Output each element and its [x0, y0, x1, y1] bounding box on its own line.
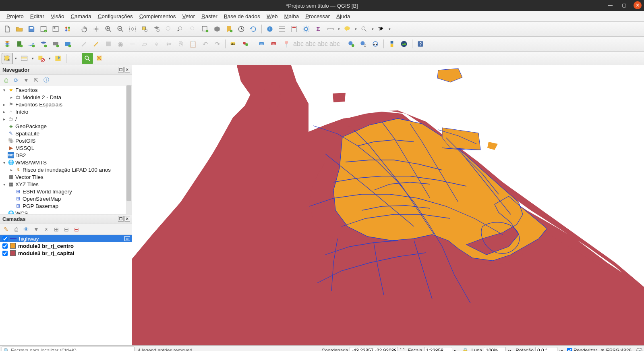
expand-all-layers-icon[interactable]: ⊞ [52, 225, 61, 234]
add-layer-icon[interactable]: ⎙ [2, 76, 10, 85]
select-value-dropdown[interactable]: ▾ [31, 56, 35, 60]
map-tips-icon[interactable] [342, 23, 353, 35]
menu-base de dados[interactable]: Base de dados [221, 12, 263, 21]
properties-icon[interactable]: ⓘ [42, 76, 51, 85]
locator-input[interactable] [2, 347, 135, 351]
label-toolbar-2-icon[interactable] [240, 38, 251, 50]
refresh-browser-icon[interactable]: ⟳ [12, 76, 21, 85]
menu-visão[interactable]: Visão [48, 12, 68, 21]
close-button[interactable]: ✕ [634, 1, 642, 9]
save-project-icon[interactable] [26, 23, 37, 35]
browser-node[interactable]: DB2DB2 [0, 152, 132, 159]
browser-node[interactable]: ⊞ESRI World Imagery [0, 188, 132, 195]
style-manager-icon[interactable] [62, 23, 73, 35]
browser-node[interactable]: ▸⚑Favoritos Espaciais [0, 101, 132, 108]
browser-node[interactable]: ▾🌐WMS/WMTS [0, 159, 132, 166]
menu-projeto[interactable]: Projeto [3, 12, 27, 21]
new-virtual-layer-icon[interactable] [50, 38, 61, 50]
browser-panel-header[interactable]: Navegador ❐ ✕ [0, 65, 132, 75]
new-spatialite-icon[interactable] [38, 38, 49, 50]
pan-to-selection-icon[interactable] [91, 23, 102, 35]
new-3d-view-icon[interactable] [211, 23, 223, 35]
menu-editar[interactable]: Editar [27, 12, 48, 21]
open-project-icon[interactable] [14, 23, 25, 35]
layers-panel-header[interactable]: Camadas ❐ ✕ [0, 214, 132, 224]
manage-visibility-icon[interactable]: 👁 [22, 225, 31, 234]
coord-input[interactable] [350, 347, 398, 351]
deselect-all-icon[interactable] [35, 53, 47, 64]
expand-icon[interactable]: ▸ [2, 102, 6, 107]
crs-field[interactable]: ⊕ EPSG:4326 [601, 348, 632, 351]
expand-icon[interactable]: ▾ [2, 88, 6, 92]
expression-filter-icon[interactable]: ε [42, 225, 51, 234]
browser-node[interactable]: ▸↯Risco de inundação LiPAD 100 anos [0, 166, 132, 173]
label-settings-icon[interactable]: abc [257, 38, 268, 50]
scale-dropdown[interactable]: ▾ [454, 349, 459, 351]
select-all-icon[interactable] [52, 53, 64, 64]
processing-toolbox-icon[interactable] [300, 23, 312, 35]
layer-row[interactable]: highway▭ [0, 235, 132, 242]
lupa-input[interactable] [484, 347, 506, 351]
select-by-value-icon[interactable] [19, 53, 30, 64]
plugin-1-icon[interactable] [358, 38, 369, 50]
messages-icon[interactable]: 💬 [636, 348, 642, 351]
expand-icon[interactable]: ▸ [9, 168, 14, 172]
browser-node[interactable]: ▦Vector Tiles [0, 173, 132, 181]
browser-node[interactable]: ⊞PGP Basemap [0, 202, 132, 210]
expand-icon[interactable]: ▸ [2, 117, 6, 121]
select-features-icon[interactable] [358, 23, 370, 35]
quickosm-icon[interactable] [82, 53, 93, 64]
label-diagram-icon[interactable]: abc [269, 38, 280, 50]
menu-web[interactable]: Web [263, 12, 281, 21]
layout-manager-icon[interactable] [50, 23, 61, 35]
collapse-all-layers-icon[interactable]: ⊟ [62, 225, 71, 234]
render-checkbox[interactable] [567, 348, 572, 351]
new-bookmark-icon[interactable] [224, 23, 235, 35]
filter-legend-icon[interactable]: ▼ [32, 225, 41, 234]
expand-icon[interactable]: ▾ [2, 182, 6, 187]
menu-ajuda[interactable]: Ajuda [333, 12, 354, 21]
menu-vetor[interactable]: Vetor [179, 12, 199, 21]
select-rect-dropdown[interactable]: ▾ [14, 56, 18, 60]
new-print-layout-icon[interactable]: + [38, 23, 49, 35]
label-toolbar-1-icon[interactable]: abc [228, 38, 239, 50]
deselect-dropdown[interactable]: ▾ [48, 56, 52, 60]
layers-list[interactable]: highway▭module3 br_rj_centromodule3 br_r… [0, 235, 132, 345]
browser-node[interactable]: ▸⌂Início [0, 108, 132, 115]
temporal-controller-icon[interactable] [236, 23, 247, 35]
menu-configurações[interactable]: Configurações [95, 12, 136, 21]
layer-styling-icon[interactable]: ✎ [2, 225, 10, 234]
browser-node[interactable]: ▶MSSQL [0, 144, 132, 152]
new-memory-layer-icon[interactable] [62, 38, 73, 50]
layer-visibility-checkbox[interactable] [2, 236, 8, 241]
panel-close-icon[interactable]: ✕ [124, 216, 130, 222]
zoom-to-layer-icon[interactable] [151, 23, 162, 35]
add-group-icon[interactable]: ⎙ [12, 225, 21, 234]
panel-detach-icon[interactable]: ❐ [118, 216, 124, 222]
select-by-rect-icon[interactable] [2, 53, 13, 64]
identify-icon[interactable]: i [264, 23, 275, 35]
menu-processar[interactable]: Processar [302, 12, 333, 21]
osm-download-icon[interactable] [398, 38, 410, 50]
pan-icon[interactable] [79, 23, 90, 35]
layer-row[interactable]: module3 br_rj_centro [0, 242, 132, 249]
browser-node[interactable]: 🐘PostGIS [0, 137, 132, 144]
browser-node[interactable]: ⊞OpenStreetMap [0, 195, 132, 202]
maximize-button[interactable]: ▢ [620, 1, 628, 9]
panel-detach-icon[interactable]: ❐ [118, 67, 124, 73]
zoom-to-selection-icon[interactable] [139, 23, 150, 35]
layer-visibility-checkbox[interactable] [2, 243, 8, 249]
layer-visibility-checkbox[interactable] [2, 251, 8, 256]
map-canvas[interactable] [132, 65, 644, 345]
menu-complementos[interactable]: Complementos [136, 12, 179, 21]
rotation-input[interactable] [535, 347, 557, 351]
browser-node[interactable]: ▸🗀Module 2 - Data [0, 93, 132, 101]
expand-icon[interactable]: ▾ [2, 160, 6, 165]
select-dropdown[interactable]: ▾ [371, 27, 375, 31]
expand-icon[interactable]: ▸ [9, 95, 14, 100]
toggle-editing-icon[interactable] [91, 38, 102, 50]
browser-node[interactable]: ▾★Favoritos [0, 86, 132, 93]
python-console-icon[interactable] [386, 38, 398, 50]
statistics-icon[interactable]: Σ [313, 23, 324, 35]
layer-row[interactable]: module3 br_rj_capital [0, 249, 132, 257]
